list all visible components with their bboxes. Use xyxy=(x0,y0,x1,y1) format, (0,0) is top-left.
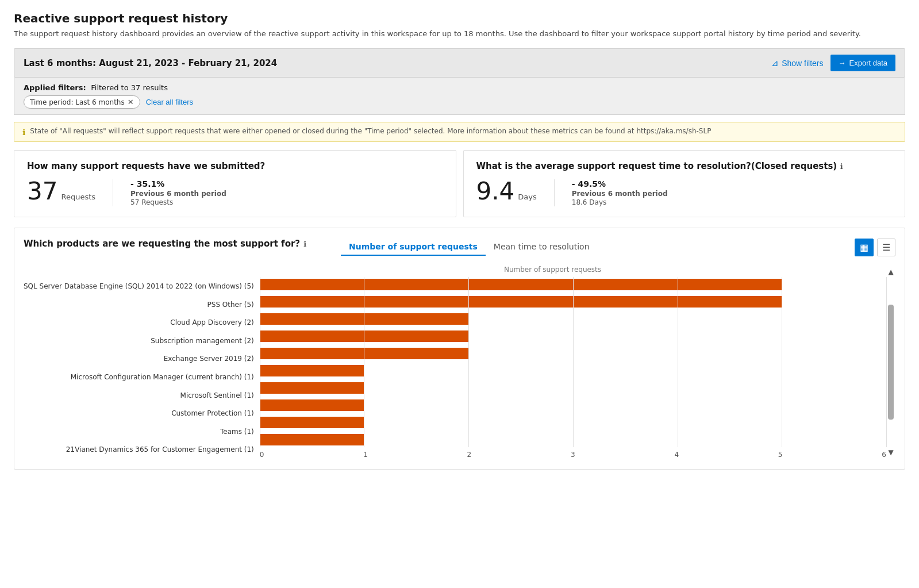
chart-plot-area: 0123456 xyxy=(260,277,886,459)
x-axis-label-1: 1 xyxy=(363,451,368,459)
metric-divider-1 xyxy=(113,179,113,206)
chart-bar-1 xyxy=(260,296,782,308)
chart-inner: Number of support requests SQL Server Da… xyxy=(24,266,886,459)
bar-chart-button[interactable]: ▦ xyxy=(855,239,874,256)
table-view-button[interactable]: ☰ xyxy=(877,239,895,256)
chart-label-4: Exchange Server 2019 (2) xyxy=(24,350,254,367)
x-axis-label-0: 0 xyxy=(260,451,264,459)
chart-bar-row-9 xyxy=(260,432,886,447)
page-title: Reactive support request history xyxy=(14,11,905,25)
chart-title: Which products are we requesting the mos… xyxy=(24,239,306,249)
chart-bar-8 xyxy=(260,417,364,428)
chart-labels-col: SQL Server Database Engine (SQL) 2014 to… xyxy=(24,277,260,459)
requests-submitted-card: How many support requests have we submit… xyxy=(14,150,456,217)
main-metric-2: 9.4 Days xyxy=(476,179,537,203)
bar-chart-icon: ▦ xyxy=(860,243,868,252)
secondary-metric-1: - 35.1% Previous 6 month period 57 Reque… xyxy=(130,179,226,206)
chart-tabs: Number of support requests Mean time to … xyxy=(341,239,598,256)
chart-x-axis: 0123456 xyxy=(260,451,886,459)
applied-filters-label: Applied filters: Filtered to 37 results xyxy=(24,83,895,92)
chart-bar-row-4 xyxy=(260,346,886,361)
avg-resolution-card: What is the average support request time… xyxy=(463,150,906,217)
tab-mean-time[interactable]: Mean time to resolution xyxy=(486,239,598,256)
chart-label-8: Teams (1) xyxy=(24,423,254,440)
requests-unit: Requests xyxy=(61,193,95,201)
chart-view-buttons: ▦ ☰ xyxy=(855,239,895,256)
chart-label-9: 21Vianet Dynamics 365 for Customer Engag… xyxy=(24,441,254,458)
applied-filters-bar: Applied filters: Filtered to 37 results … xyxy=(14,78,905,115)
chart-bar-row-7 xyxy=(260,398,886,413)
chart-header: Which products are we requesting the mos… xyxy=(24,239,895,256)
x-axis-label-4: 4 xyxy=(674,451,679,459)
date-filter-bar: Last 6 months: August 21, 2023 - Februar… xyxy=(14,48,905,78)
chart-bar-row-0 xyxy=(260,277,886,292)
chart-bar-9 xyxy=(260,434,364,445)
chip-remove-icon[interactable]: ✕ xyxy=(128,98,134,106)
metric-values-2: 9.4 Days - 49.5% Previous 6 month period… xyxy=(476,179,893,206)
scroll-thumb[interactable] xyxy=(888,305,894,420)
show-filters-button[interactable]: ⊿ Show filters xyxy=(771,58,823,68)
chart-label-6: Microsoft Sentinel (1) xyxy=(24,387,254,404)
days-count: 9.4 xyxy=(476,179,515,203)
chart-info-icon: ℹ xyxy=(303,240,306,248)
chart-outer: Number of support requests SQL Server Da… xyxy=(24,266,895,459)
chart-bar-5 xyxy=(260,365,364,376)
chart-axis-title: Number of support requests xyxy=(219,266,886,274)
requests-change: - 35.1% xyxy=(130,179,226,189)
page-subtitle: The support request history dashboard pr… xyxy=(14,29,905,39)
info-icon: ℹ xyxy=(22,128,25,137)
main-metric-1: 37 Requests xyxy=(27,179,95,203)
chart-bar-row-6 xyxy=(260,381,886,395)
chart-bar-row-2 xyxy=(260,312,886,326)
requests-period-value: 57 Requests xyxy=(130,198,226,206)
tab-num-requests[interactable]: Number of support requests xyxy=(341,239,486,256)
requests-period-label: Previous 6 month period xyxy=(130,190,226,198)
chart-area: SQL Server Database Engine (SQL) 2014 to… xyxy=(24,277,886,459)
chart-bar-row-3 xyxy=(260,329,886,344)
export-icon: → xyxy=(839,59,846,67)
days-period-label: Previous 6 month period xyxy=(572,190,668,198)
date-range-label: Last 6 months: August 21, 2023 - Februar… xyxy=(24,58,277,68)
metric-card-title-1: How many support requests have we submit… xyxy=(27,161,443,171)
x-axis-label-2: 2 xyxy=(467,451,472,459)
resolution-info-icon: ℹ xyxy=(840,162,843,171)
chart-bar-6 xyxy=(260,382,364,394)
metric-cards-container: How many support requests have we submit… xyxy=(14,150,905,217)
chart-bar-row-8 xyxy=(260,415,886,430)
x-axis-label-3: 3 xyxy=(571,451,575,459)
chart-scrollbar: ▲ ▼ xyxy=(886,266,895,459)
chart-label-5: Microsoft Configuration Manager (current… xyxy=(24,368,254,386)
scroll-up-arrow[interactable]: ▲ xyxy=(888,268,893,276)
chart-bar-3 xyxy=(260,330,468,342)
time-period-chip[interactable]: Time period: Last 6 months ✕ xyxy=(24,95,140,109)
days-period-value: 18.6 Days xyxy=(572,198,668,206)
bar-actions: ⊿ Show filters → Export data xyxy=(771,55,895,71)
metric-divider-2 xyxy=(554,179,555,206)
x-axis-label-5: 5 xyxy=(778,451,783,459)
days-change: - 49.5% xyxy=(572,179,668,189)
table-icon: ☰ xyxy=(882,243,890,252)
chart-label-0: SQL Server Database Engine (SQL) 2014 to… xyxy=(24,278,254,295)
page-container: Reactive support request history The sup… xyxy=(0,0,919,588)
chart-bar-7 xyxy=(260,399,364,411)
chart-bar-0 xyxy=(260,279,782,290)
export-data-button[interactable]: → Export data xyxy=(830,55,896,71)
metric-card-title-2: What is the average support request time… xyxy=(476,161,893,171)
chart-axis-title-row: Number of support requests xyxy=(24,266,886,277)
chart-bars-container xyxy=(260,277,886,447)
filter-chips-container: Time period: Last 6 months ✕ Clear all f… xyxy=(24,95,895,109)
filter-icon: ⊿ xyxy=(771,58,779,68)
metric-values-1: 37 Requests - 35.1% Previous 6 month per… xyxy=(27,179,443,206)
clear-all-filters-button[interactable]: Clear all filters xyxy=(146,98,193,106)
scroll-down-arrow[interactable]: ▼ xyxy=(888,448,893,456)
secondary-metric-2: - 49.5% Previous 6 month period 18.6 Day… xyxy=(572,179,668,206)
chart-bar-2 xyxy=(260,313,468,325)
chart-bar-4 xyxy=(260,348,468,359)
x-axis-label-6: 6 xyxy=(882,451,886,459)
requests-count: 37 xyxy=(27,179,57,203)
chart-section: Which products are we requesting the mos… xyxy=(14,228,905,470)
chart-label-1: PSS Other (5) xyxy=(24,296,254,313)
info-banner: ℹ State of "All requests" will reflect s… xyxy=(14,122,905,142)
chart-bar-row-5 xyxy=(260,363,886,378)
chart-label-7: Customer Protection (1) xyxy=(24,405,254,422)
